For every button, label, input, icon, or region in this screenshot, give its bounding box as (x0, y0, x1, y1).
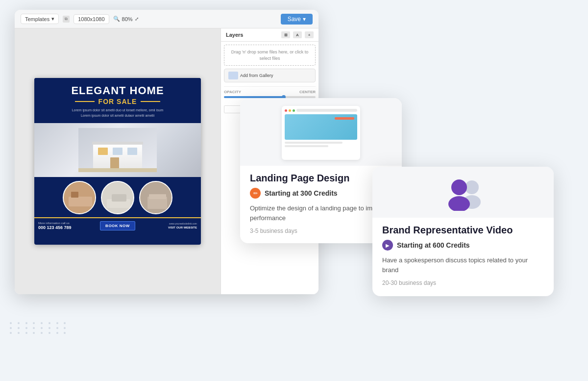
gold-line-left (75, 101, 95, 102)
dot (56, 322, 58, 324)
drag-drop-text: Drag 'n' drop some files here, or click … (231, 50, 309, 61)
dot (56, 327, 58, 329)
dot (33, 327, 35, 329)
flyer-bottom-bar: More information call us 000 123 456 789… (34, 217, 201, 233)
gold-line-right (141, 101, 160, 102)
circle-bedroom (139, 181, 172, 214)
svg-rect-16 (149, 194, 166, 199)
templates-dropdown[interactable]: Templates ▾ (21, 14, 59, 24)
phone-number: 000 123 456 789 (38, 225, 72, 230)
svg-rect-4 (113, 148, 122, 155)
layer-add-icon[interactable]: + (305, 31, 314, 38)
flyer-house-image (34, 123, 201, 177)
dot (10, 322, 12, 324)
lp-content-lines (285, 142, 357, 147)
brand-card-description: Have a spokesperson discuss topics relat… (382, 255, 544, 275)
brand-icon-container (439, 177, 488, 211)
svg-rect-2 (92, 142, 143, 145)
svg-rect-3 (98, 148, 108, 155)
flyer-title: ELEGANT HOME (42, 85, 193, 97)
dot (49, 332, 50, 334)
brand-credits-text: Starting at 600 Credits (397, 241, 470, 249)
flyer-top: ELEGANT HOME FOR SALE Lorem ipsum dolor … (34, 78, 201, 123)
brand-credits-row: ▶ Starting at 600 Credits (382, 240, 544, 251)
flyer-canvas: ELEGANT HOME FOR SALE Lorem ipsum dolor … (34, 78, 201, 245)
contact-label: More information call us (38, 222, 72, 225)
dot (18, 327, 20, 329)
book-now-button[interactable]: BOOK NOW (100, 221, 135, 230)
visit-website: VISIT OUR WEBSITE (135, 226, 197, 229)
flyer-subtitle-row: FOR SALE (42, 98, 193, 105)
layers-icon-group: ⊞ A + (281, 31, 314, 38)
dot (64, 322, 66, 324)
url-bar (296, 109, 357, 112)
lp-line-1 (285, 142, 343, 144)
flyer-contact-info: More information call us 000 123 456 789 (38, 222, 100, 230)
layers-header: Layers ⊞ A + (221, 28, 318, 42)
opacity-label: OPACITY (224, 90, 241, 94)
brand-card-title: Brand Representative Video (382, 225, 544, 236)
dot (33, 332, 35, 334)
editor-toolbar: Templates ▾ ⧉ 1080x1080 🔍 80% ⤢ Save ▾ (15, 10, 318, 28)
svg-rect-10 (71, 192, 78, 198)
canvas-area[interactable]: ELEGANT HOME FOR SALE Lorem ipsum dolor … (15, 28, 220, 294)
lp-hero-section (285, 114, 357, 140)
brand-video-card: Brand Representative Video ▶ Starting at… (372, 167, 554, 296)
dot (10, 332, 12, 334)
dot (33, 322, 35, 324)
svg-rect-13 (112, 194, 126, 202)
zoom-level: 80% (122, 16, 133, 22)
circle-living (101, 181, 134, 214)
svg-point-19 (451, 179, 467, 195)
dot-yellow (289, 109, 291, 112)
brand-credits-icon: ▶ (382, 240, 393, 251)
house-illustration (78, 128, 157, 172)
flyer-circles-row (34, 177, 201, 214)
landing-card-description: Optimize the design of a landing page to… (250, 203, 392, 223)
svg-rect-6 (110, 157, 119, 170)
landing-card-preview (240, 98, 402, 166)
drag-drop-area[interactable]: Drag 'n' drop some files here, or click … (224, 45, 316, 66)
zoom-controls: 🔍 80% ⤢ (113, 16, 139, 22)
landing-page-preview-image (282, 106, 360, 160)
layer-image-icon[interactable]: ⊞ (281, 31, 290, 38)
canvas-size[interactable]: 1080x1080 (74, 14, 109, 24)
dot (25, 332, 27, 334)
dot (64, 327, 66, 329)
dot (41, 322, 43, 324)
dot (64, 332, 66, 334)
brand-people-icon (439, 177, 488, 211)
brand-card-turnaround: 20-30 business days (382, 279, 544, 286)
dot (18, 332, 20, 334)
lp-line-2 (285, 145, 328, 147)
browser-bar (285, 109, 357, 112)
copy-icon[interactable]: ⧉ (63, 16, 70, 23)
dot (18, 322, 20, 324)
dot-red (285, 109, 287, 112)
dot (41, 332, 43, 334)
add-from-gallery-button[interactable]: Add from Gallery (224, 69, 316, 82)
flyer-description: Lorem ipsum dolor sit ametii duo ut lora… (42, 108, 193, 118)
dot (10, 327, 12, 329)
dot-grid (10, 322, 69, 334)
circle-kitchen (63, 181, 96, 214)
center-label: CENTER (299, 90, 316, 94)
save-chevron: ▾ (303, 16, 306, 23)
opacity-row: OPACITY CENTER (224, 90, 316, 94)
flyer-subtitle-text: FOR SALE (98, 98, 137, 105)
layer-text-icon[interactable]: A (293, 31, 302, 38)
brand-card-preview (372, 167, 554, 218)
dot-green (293, 109, 295, 112)
zoom-icon: 🔍 (113, 16, 120, 22)
save-button[interactable]: Save ▾ (281, 14, 313, 25)
dot (49, 322, 50, 324)
svg-rect-7 (78, 168, 157, 172)
dot (56, 332, 58, 334)
landing-credits-row: ✏ Starting at 300 Credits (250, 188, 392, 199)
save-label: Save (288, 16, 301, 23)
gallery-thumb-icon (228, 72, 238, 79)
website-url: www.yourwebsitelink.com (135, 222, 197, 226)
landing-credits-text: Starting at 300 Credits (265, 189, 338, 197)
dot (25, 322, 27, 324)
brand-card-body: Brand Representative Video ▶ Starting at… (372, 218, 554, 296)
